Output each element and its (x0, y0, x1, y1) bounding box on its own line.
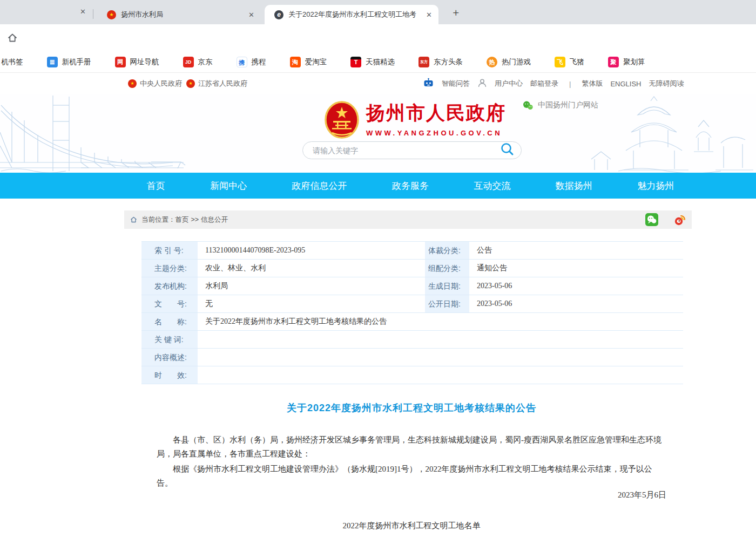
juhuasuan-icon: 聚 (608, 57, 619, 67)
meta-value: 无 (198, 295, 425, 312)
bookmark-manual[interactable]: ≣新机手册 (47, 57, 91, 67)
bookmark-label: 热门游戏 (502, 57, 531, 67)
home-icon[interactable] (6, 32, 18, 46)
breadcrumb-current[interactable]: 信息公开 (201, 215, 228, 224)
table-row: 关 键 词: (141, 331, 683, 349)
meta-value: 2023-05-06 (469, 295, 683, 312)
table-row: 发布机构: 水利局 生成日期: 2023-05-06 (141, 277, 683, 295)
link-jiangsu-government[interactable]: ★ 江苏省人民政府 (186, 73, 247, 94)
taobao-icon: 淘 (290, 57, 301, 67)
bookmark-label: 网址导航 (130, 57, 159, 67)
bookmark-label: 聚划算 (623, 57, 645, 67)
site-name: 扬州市人民政府 (366, 100, 506, 126)
link-accessibility[interactable]: 无障碍阅读 (649, 79, 684, 88)
breadcrumb-separator: >> (191, 216, 199, 223)
link-english[interactable]: ENGLISH (610, 80, 641, 88)
tab-title: 关于2022年度扬州市水利工程文明工地考 (288, 10, 422, 19)
bookmark-aitaobao[interactable]: 淘爱淘宝 (290, 57, 327, 67)
fliggy-pig-icon: 飞 (555, 57, 565, 67)
portal-link[interactable]: 中国扬州门户网站 (523, 100, 598, 110)
nav-home[interactable]: 首页 (147, 180, 165, 192)
bookmark-jd[interactable]: JD京东 (183, 57, 213, 67)
link-central-government[interactable]: ★ 中央人民政府 (128, 73, 182, 94)
bookmark-games[interactable]: 热热门游戏 (487, 57, 531, 67)
meta-label: 文 号: (141, 295, 198, 312)
table-row: 时 效: (141, 366, 683, 384)
bookmark-juhuasuan[interactable]: 聚聚划算 (608, 57, 645, 67)
article-paragraph: 各县（市、区）水利（务）局，扬州经济开发区城乡事务管理局，生态科技新城规划建设局… (157, 433, 666, 461)
emblem-favicon-icon: ★ (107, 10, 116, 19)
nav-charm-yangzhou[interactable]: 魅力扬州 (637, 180, 674, 192)
address-bar: ⚠ 不安全 yangzhou.gov.cn/yzszxxgk/slj/20230… (0, 24, 756, 51)
bookmark-ctrip[interactable]: 携携程 (237, 57, 266, 67)
portal-label: 中国扬州门户网站 (538, 100, 598, 110)
article-date: 2023年5月6日 (157, 490, 666, 500)
manual-icon: ≣ (47, 57, 58, 67)
emblem-icon: ★ (186, 79, 195, 88)
meta-label: 索 引 号: (141, 242, 198, 259)
tab-divider (93, 9, 93, 19)
breadcrumb: 当前位置： 首页 >> 信息公开 (124, 210, 692, 229)
bookmark-label: 京东 (198, 57, 213, 67)
ctrip-dolphin-icon: 携 (237, 57, 247, 67)
table-row: 内容概述: (141, 349, 683, 366)
meta-value: 2023-05-06 (469, 277, 683, 295)
gov-link-label: 江苏省人民政府 (198, 79, 247, 88)
weibo-share-icon[interactable] (673, 213, 686, 228)
national-emblem-icon (324, 100, 360, 139)
search-icon[interactable] (500, 142, 515, 159)
meta-value: 11321000014407098E-2023-095 (198, 242, 425, 259)
document-meta-table: 索 引 号: 11321000014407098E-2023-095 体裁分类:… (141, 241, 683, 384)
breadcrumb-home[interactable]: 首页 (176, 215, 189, 224)
nav-gov-services[interactable]: 政务服务 (392, 180, 429, 192)
tab-active-announcement[interactable]: e 关于2022年度扬州市水利工程文明工地考 ✕ (265, 5, 438, 24)
link-user-center[interactable]: 用户中心 (495, 79, 523, 88)
nav-interaction[interactable]: 互动交流 (474, 180, 510, 192)
site-url: WWW.YANGZHOU.GOV.CN (366, 129, 506, 137)
meta-label: 主题分类: (141, 260, 198, 277)
site-logo[interactable]: 扬州市人民政府 WWW.YANGZHOU.GOV.CN (324, 100, 506, 139)
wechat-share-icon[interactable] (645, 213, 658, 228)
close-icon[interactable]: ✕ (244, 11, 261, 19)
game-icon: 热 (487, 57, 497, 67)
tab-strip: ✕ ★ 扬州市水利局 ✕ e 关于2022年度扬州市水利工程文明工地考 ✕ ＋ (0, 0, 756, 24)
emblem-icon: ★ (128, 79, 137, 88)
meta-value: 关于2022年度扬州市水利工程文明工地考核结果的公告 (198, 313, 683, 330)
nav-news-center[interactable]: 新闻中心 (210, 180, 247, 192)
article-list-title: 2022年度扬州市水利工程文明工地名单 (157, 521, 666, 531)
bookmark-fliggy[interactable]: 飞飞猪 (555, 57, 584, 67)
meta-label: 公开日期: (425, 295, 469, 312)
bookmark-url-nav[interactable]: 网网址导航 (115, 57, 159, 67)
nav-gov-info-disclosure[interactable]: 政府信息公开 (292, 180, 347, 192)
tab-yangzhou-water-bureau[interactable]: ★ 扬州市水利局 ✕ (96, 5, 261, 24)
bookmarks-bar: 机书签 ≣新机手册 网网址导航 JD京东 携携程 淘爱淘宝 T天猫精选 东方东方… (0, 51, 756, 73)
breadcrumb-prefix: 当前位置： (141, 215, 176, 224)
meta-label: 关 键 词: (141, 331, 198, 348)
link-smart-qa[interactable]: 智能问答 (442, 79, 470, 88)
close-icon[interactable]: ✕ (422, 11, 438, 19)
link-traditional-chinese[interactable]: 繁体版 (582, 79, 603, 88)
link-mail-login[interactable]: 邮箱登录 (530, 79, 558, 88)
dongfang-icon: 东方 (418, 57, 429, 67)
table-row: 文 号: 无 公开日期: 2023-05-06 (141, 295, 683, 313)
search-box (302, 141, 522, 159)
close-icon[interactable]: ✕ (80, 8, 86, 16)
search-input[interactable] (313, 146, 500, 155)
bookmark-phone-bookmarks[interactable]: 机书签 (1, 57, 23, 67)
meta-label: 发布机构: (141, 277, 198, 295)
bookmark-dongfang[interactable]: 东方东方头条 (418, 57, 463, 67)
nav-data-yangzhou[interactable]: 数据扬州 (556, 180, 592, 192)
url-nav-icon: 网 (115, 57, 126, 67)
meta-value (198, 331, 683, 348)
new-tab-button[interactable]: ＋ (449, 5, 463, 19)
jd-icon: JD (183, 57, 194, 67)
wechat-icon (523, 101, 533, 110)
meta-value (198, 349, 683, 366)
bookmark-label: 新机手册 (62, 57, 91, 67)
bookmark-tmall[interactable]: T天猫精选 (350, 57, 395, 67)
separator: | (566, 80, 574, 88)
table-row: 索 引 号: 11321000014407098E-2023-095 体裁分类:… (141, 242, 683, 260)
meta-label: 体裁分类: (425, 242, 469, 259)
meta-label: 时 效: (141, 366, 198, 384)
site-utility-bar: ★ 中央人民政府 ★ 江苏省人民政府 智能问答 用户中心 邮箱登录 | 繁体版 … (0, 73, 756, 94)
